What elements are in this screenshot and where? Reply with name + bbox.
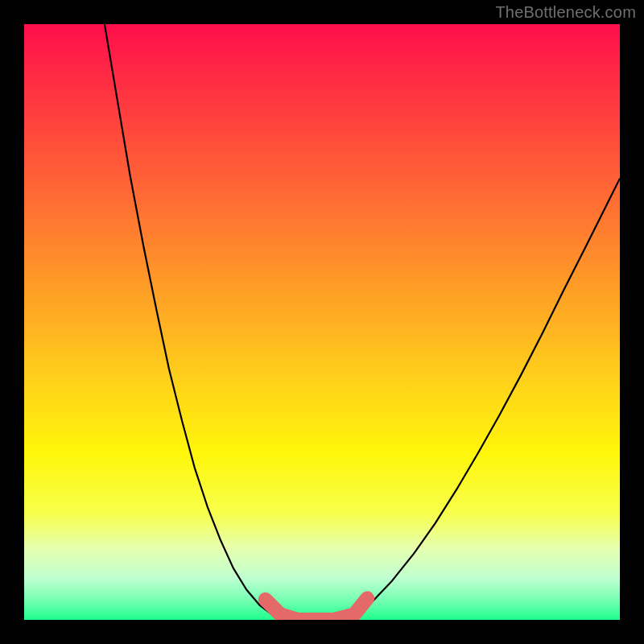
watermark-text: TheBottleneck.com: [495, 3, 636, 22]
bottleneck-chart: [0, 0, 644, 644]
gradient-background: [24, 24, 620, 620]
chart-container: TheBottleneck.com: [0, 0, 644, 644]
